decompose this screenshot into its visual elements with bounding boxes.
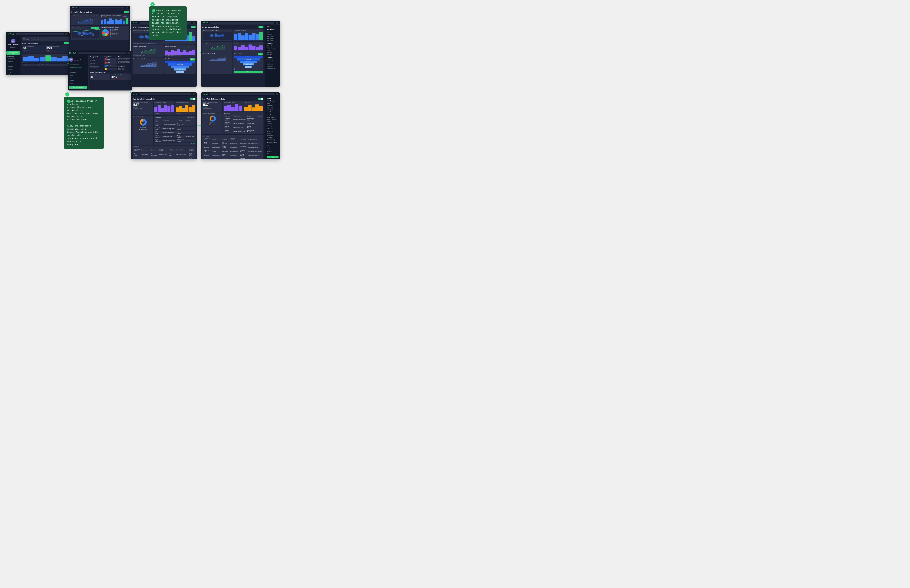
filter-health-7[interactable]: Healthcare <box>267 135 278 137</box>
chart3-last7-btn[interactable]: Last 7 Days <box>91 27 99 29</box>
filter-yesterday-7[interactable]: Yesterday <box>267 105 278 107</box>
filter-size-2[interactable]: 11-50 <box>267 147 278 149</box>
filter-size-1[interactable]: 1-10 <box>267 144 278 147</box>
filter-de[interactable]: Germany <box>267 53 278 55</box>
filter-90days-7[interactable]: Last 90 days <box>267 111 278 113</box>
sidebar-settings[interactable]: Settings <box>68 79 89 82</box>
sidebar-item-companies[interactable]: Companies <box>6 60 21 63</box>
apply-filters-btn[interactable]: Apply <box>267 156 278 158</box>
search-bar[interactable] <box>16 33 64 35</box>
toggle-7[interactable] <box>258 98 263 100</box>
settings-icon-6[interactable] <box>193 93 195 95</box>
filter-today[interactable]: Today <box>267 31 278 33</box>
mgmt-teams[interactable]: Teams <box>90 61 102 63</box>
integration-slack[interactable]: slack <box>104 58 116 61</box>
integration-outlook[interactable]: Outlook <box>104 65 116 67</box>
integration-gmail[interactable]: Gmail <box>104 61 116 64</box>
new-btn-5[interactable]: New <box>259 26 263 28</box>
sidebar-super-admin[interactable]: Super Admin Dashboard <box>68 66 89 69</box>
chart3-see-more[interactable]: See More <box>72 39 99 40</box>
filter-mfg[interactable]: Manufacturing <box>267 67 278 69</box>
filter-mfg-7[interactable]: Manufacturing <box>267 139 278 141</box>
mgmt-companies[interactable]: Companies <box>90 60 102 61</box>
svg-text:Verified: Verified <box>142 123 144 123</box>
filter-finance[interactable]: Finance <box>267 61 278 63</box>
settings-icon-4[interactable] <box>193 22 195 24</box>
mgmt-employees[interactable]: Employees <box>90 64 102 66</box>
filter-tech[interactable]: Technology <box>267 59 278 61</box>
settings-icon-2[interactable] <box>128 52 130 54</box>
sidebar-support[interactable]: Support <box>68 82 89 84</box>
filter-30days[interactable]: Last 30 days <box>267 37 278 39</box>
new-btn-3[interactable]: New <box>124 11 129 13</box>
filter-30days-7[interactable]: Last 30 days <box>267 109 278 111</box>
sidebar-item-messages[interactable]: Messages <box>6 65 21 68</box>
expanded-sidebar-dashboard: KPILY AT Aisha Thompson Super Admin Acco… <box>68 51 132 90</box>
settings-icon-5[interactable] <box>276 22 278 24</box>
sidebar-polls[interactable]: Polls <box>68 69 89 71</box>
search-3[interactable] <box>79 6 124 8</box>
sidebar-integrations[interactable]: Integrations <box>68 71 89 74</box>
return-company-admin-button[interactable]: Return to Company Admin <box>69 86 87 89</box>
filter-health[interactable]: Healthcare <box>267 63 278 65</box>
filter-uk[interactable]: United Kingdom <box>267 47 278 49</box>
table-row: Ryan Pattersonpathway@yahoo.comChilwauke… <box>155 139 195 142</box>
learn-more-btn[interactable]: Learn More <box>188 46 195 48</box>
filter-7days-7[interactable]: Last 7 days <box>267 107 278 109</box>
filter-size-5[interactable]: 500+ <box>267 153 278 155</box>
filter-tech-7[interactable]: Technology <box>267 131 278 132</box>
sidebar-account-overview[interactable]: Account Overview <box>68 63 89 66</box>
mgmt-admin[interactable]: Administrators <box>90 58 102 60</box>
filter-size-4[interactable]: 201-500 <box>267 151 278 153</box>
logo-5: KPILY <box>203 22 209 23</box>
new-button[interactable]: New <box>64 42 69 44</box>
filter-yesterday[interactable]: Yesterday <box>267 33 278 35</box>
toggle-switch[interactable] <box>190 98 196 100</box>
settings-icon-3[interactable] <box>126 6 128 8</box>
site-analytics-new-btn[interactable]: New <box>191 26 196 28</box>
filter-au[interactable]: Australia <box>267 51 278 53</box>
search-bar-2[interactable] <box>78 52 126 54</box>
filter-de-7[interactable]: Germany <box>267 125 278 127</box>
monthly-chart-5: Monthly Webpage Visits <box>233 29 263 41</box>
filter-size-3[interactable]: 51-200 <box>267 149 278 151</box>
sidebar-item-prost[interactable]: Prost <box>6 73 21 75</box>
settings-icon-7[interactable] <box>276 93 278 95</box>
filter-us-7[interactable]: United States <box>267 116 278 119</box>
sidebar-item-employees[interactable]: Employees <box>6 68 21 71</box>
sidebar-billing[interactable]: Billing <box>68 74 89 76</box>
switch-employee-dash-button[interactable]: Switch to Employee Dash <box>6 51 20 55</box>
search-7[interactable] <box>210 93 274 95</box>
funnel-filter-btn[interactable]: Filter <box>190 58 195 60</box>
funnel-filter-btn-5[interactable]: Filter <box>258 53 263 55</box>
filter-90days[interactable]: Last 90 days <box>267 39 278 41</box>
filter-uk-7[interactable]: United Kingdom <box>267 119 278 121</box>
filter-7days[interactable]: Last 7 days <box>267 35 278 37</box>
webpage-visits-title: Webpage visits in the last 1 hour <box>133 30 150 32</box>
integration-mailchimp[interactable]: mailchimp <box>104 68 116 70</box>
referrals-svg <box>133 60 163 67</box>
filter-bottom-btn[interactable]: Filter <box>234 71 263 73</box>
sidebar-item-teams[interactable]: Teams <box>6 63 21 65</box>
filter-ca[interactable]: Canada <box>267 49 278 51</box>
filter-ca-7[interactable]: Canada <box>267 121 278 123</box>
search-5[interactable] <box>210 22 274 24</box>
filter-edu[interactable]: Education <box>267 65 278 67</box>
sidebar-messages[interactable]: Messages <box>68 76 89 79</box>
sidebar-item-administrators[interactable]: Administrators <box>6 57 21 60</box>
table-row: Anderson Wrighta.mitchell@gmail.comCambr… <box>155 123 195 127</box>
filter-member-btn[interactable]: Filter by member <box>186 116 195 118</box>
mgmt-feedback[interactable]: Feedback & Support <box>90 67 102 69</box>
mgmt-billing[interactable]: Billing & Payment <box>90 66 102 67</box>
search-6[interactable] <box>140 93 191 95</box>
see-more-users[interactable]: See More <box>155 143 195 144</box>
filter-edu-7[interactable]: Education <box>267 137 278 139</box>
filter-us[interactable]: United States <box>267 45 278 47</box>
filter-au-7[interactable]: Australia <box>267 123 278 125</box>
bounce-rate-chart: Average Bounce Rate Learn More Jan 22 Fe… <box>165 45 196 57</box>
settings-icon[interactable] <box>65 33 68 35</box>
filter-today-7[interactable]: Today <box>267 103 278 105</box>
mgmt-messages[interactable]: Messages <box>90 63 102 64</box>
funnel-step-2: Sign-up Page <box>168 63 192 66</box>
filter-finance-7[interactable]: Finance <box>267 132 278 135</box>
